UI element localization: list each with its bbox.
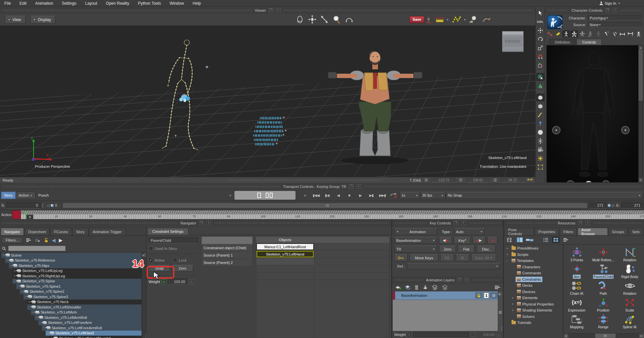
roll-camera-icon[interactable] [344, 15, 354, 24]
object-cell[interactable]: Manus:C1_LeftHandRoot [257, 244, 314, 250]
scrollbar[interactable]: ▲▼ [638, 46, 643, 182]
tab-dopesheet[interactable]: Dopesheet [24, 228, 50, 235]
asset-expression[interactable]: {x=} Expression [564, 295, 590, 312]
previous-key-button[interactable]: ◀ [439, 237, 452, 244]
close-icon[interactable]: × [612, 8, 617, 12]
menu-layout[interactable]: Layout [81, 1, 102, 6]
tab-animation-trigger[interactable]: Animation Trigger [89, 228, 125, 235]
character-representation-view[interactable]: ▼ ▼ ▼ ▼ ▲▼ [546, 45, 643, 183]
tree-item[interactable]: −Skeleton_v75:LeftArm [0, 310, 142, 315]
slider-dot-icon[interactable] [608, 204, 611, 207]
asset-3-points[interactable]: 3 Points [564, 245, 590, 262]
snap-tool-icon[interactable] [536, 53, 544, 60]
menu-help[interactable]: Help [188, 1, 205, 6]
polygon-tool-icon[interactable] [536, 129, 544, 136]
tab-pose-controls[interactable]: Pose Controls [504, 228, 534, 235]
close-icon[interactable]: × [276, 8, 281, 12]
folder-item[interactable]: −Templates [504, 258, 563, 264]
flat-button[interactable]: Flat [458, 246, 475, 253]
asset-rotation[interactable]: Rotation [616, 279, 643, 295]
y-value-field[interactable]: 100.61 [466, 178, 490, 183]
tree-item[interactable]: −Skeleton_v75:Spine3 [0, 294, 142, 299]
asset-parent-child[interactable]: Parent/Child [590, 262, 616, 279]
tab-fcurves[interactable]: FCurves [50, 228, 72, 235]
folder-item[interactable]: +Scripts [504, 252, 563, 258]
tree-item[interactable]: −Skeleton_v75:Spine [0, 279, 142, 284]
pin-translate-icon[interactable] [603, 30, 610, 38]
split-horizontal-icon[interactable] [526, 237, 533, 243]
asset-chain-ik[interactable]: Chain IK [564, 279, 590, 295]
tree-item[interactable]: −Skeleton_v75:LeftShoulder [0, 305, 142, 310]
sign-in-button[interactable]: Sign In ▼ [599, 0, 621, 7]
close-icon[interactable]: × [356, 184, 361, 189]
merge-layers-icon[interactable] [422, 285, 429, 290]
character-model[interactable] [328, 51, 422, 164]
menu-window[interactable]: Window [165, 1, 189, 6]
menu-edit[interactable]: Edit [15, 1, 31, 6]
light-tool-icon[interactable] [536, 155, 544, 162]
slider-handle-icon[interactable]: ▷ [612, 203, 615, 208]
slider-handle[interactable] [325, 203, 330, 208]
animation-layer-select[interactable]: BaseAnimation▼ [394, 237, 437, 244]
folder-item[interactable]: Commands [504, 270, 563, 276]
tree-item[interactable]: +Skeleton_v75:RightUpLeg [0, 273, 142, 279]
keying-group-select[interactable]: TR▼ [394, 246, 437, 253]
restore-icon[interactable]: ❐ [457, 278, 462, 282]
tab-action[interactable]: Action ▼ [16, 192, 36, 199]
asset-relation[interactable]: Relation [616, 245, 643, 262]
keyframe-path-icon[interactable] [452, 16, 462, 23]
tab-controls[interactable]: Controls [577, 39, 602, 45]
duplicate-layer-icon[interactable] [405, 285, 411, 290]
tab-asset-browser[interactable]: Asset Browser [578, 228, 608, 235]
detail-view-icon[interactable] [562, 237, 570, 243]
scrollbar[interactable]: ▲▼ [498, 291, 502, 331]
active-checkbox[interactable]: ✓ [149, 258, 153, 262]
tree-item[interactable]: +Skeleton_v75:LeftUpLeg [0, 268, 142, 274]
tab-definition[interactable]: Definition [549, 39, 576, 45]
tab-groups[interactable]: Groups [608, 228, 628, 235]
global-local-toggle[interactable]: GBL [536, 18, 544, 25]
set-key-button[interactable]: Key* [454, 237, 471, 244]
tab-sets[interactable]: Sets [629, 228, 643, 235]
restore-icon[interactable]: ❐ [269, 8, 273, 12]
layer-weight-key-toggle[interactable]: K [407, 332, 412, 337]
layer-stack-icon[interactable] [432, 285, 438, 290]
time-ruler[interactable]: 1530456075901051201351501651801952102252… [21, 210, 644, 219]
key-type-select[interactable]: Auto▼ [454, 228, 485, 235]
restore-icon[interactable]: ❐ [199, 221, 204, 225]
restore-icon[interactable]: ❐ [453, 221, 458, 225]
back-arrow-icon[interactable]: ◀ [52, 238, 56, 243]
tree-item[interactable]: −Skeleton_v75:LeftArmRoll [0, 315, 142, 320]
forward-arrow-icon[interactable]: ▶ [59, 238, 62, 243]
rig-dots-icon[interactable] [579, 30, 586, 38]
folder-item[interactable]: +PrevisMoves [504, 245, 563, 252]
list-view-icon[interactable] [542, 237, 549, 243]
character-select[interactable]: Punchguy▼ [588, 15, 642, 21]
plane-move-icon[interactable] [536, 62, 544, 69]
layer-weight-auto[interactable]: A [496, 332, 501, 337]
sphere-select-icon[interactable] [536, 73, 544, 81]
2d-zoom-icon[interactable]: 2D [470, 15, 478, 23]
tree-item[interactable]: −Scene [0, 253, 142, 258]
folder-item[interactable]: +Physical Properties [504, 301, 563, 308]
character-rig-icon[interactable] [571, 30, 578, 38]
pin-link-menu-icon[interactable] [627, 30, 634, 38]
rig-faded-icon[interactable] [595, 30, 602, 38]
tree-view-icon[interactable] [506, 237, 513, 243]
lock-icon[interactable] [44, 238, 49, 243]
asset-range[interactable]: Range [590, 312, 616, 329]
sync-all-button[interactable]: Sync. All ▼ [471, 254, 496, 261]
select-tool-icon[interactable] [536, 9, 544, 17]
menu-animation[interactable]: Animation [31, 1, 57, 6]
record-button[interactable]: ● [300, 193, 311, 197]
weight-value-field[interactable]: 100.00 [168, 278, 187, 285]
start-frame-field[interactable]: 0 [6, 202, 41, 209]
current-frame-indicator[interactable]: 0 [26, 214, 34, 219]
object-cell-selected[interactable]: Skeleton_v75:LeftHand [257, 251, 314, 257]
next-key-button[interactable]: ▶ [473, 237, 485, 244]
move-keys-button[interactable]: Move Keys [410, 254, 438, 261]
fk-button[interactable]: FK [440, 254, 454, 261]
menu-python-tools[interactable]: Python Tools [133, 1, 165, 6]
weight-auto-toggle[interactable]: A [189, 279, 194, 284]
tree-item[interactable]: −Skeleton_v75:LeftHand [0, 331, 142, 336]
